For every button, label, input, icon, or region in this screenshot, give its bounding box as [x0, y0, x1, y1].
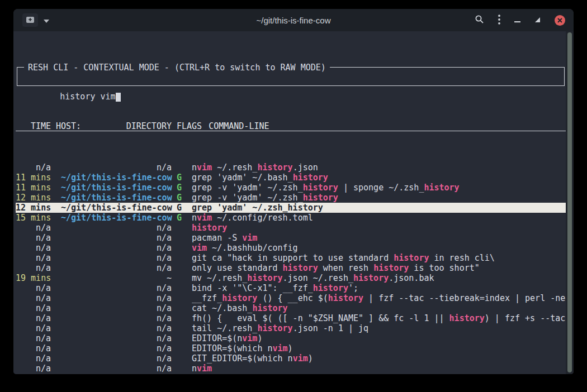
table-row[interactable]: n/an/atail ~/.resh_history.json -n 1 | j…	[16, 323, 566, 333]
row-directory: n/a	[61, 283, 172, 293]
row-flags	[177, 374, 182, 374]
row-command: which nvim	[192, 374, 566, 374]
row-directory: ~/git/this-is-fine-cow	[61, 173, 172, 183]
row-flags: G	[177, 183, 182, 193]
close-button[interactable]	[555, 15, 565, 26]
row-time: n/a	[16, 253, 51, 263]
table-row[interactable]: n/an/a__fzf_history () { __ehc $(history…	[16, 293, 566, 303]
row-directory: n/a	[61, 343, 172, 353]
row-time: n/a	[16, 233, 51, 243]
row-command: nvim ~/.resh_history.json	[192, 162, 566, 173]
header-time: TIME	[16, 121, 51, 131]
row-time: n/a	[16, 343, 51, 353]
table-row[interactable]: n/an/acat ~/.bash_history	[16, 303, 566, 313]
row-time: n/a	[16, 162, 51, 173]
row-flags	[177, 343, 182, 353]
header-directory: DIRECTORY	[126, 121, 172, 131]
search-icon	[475, 15, 484, 26]
table-row[interactable]: 11 mins~/git/this-is-fine-cowGgrep 'yadm…	[16, 173, 566, 183]
row-command: cat ~/.bash_history	[192, 303, 566, 313]
table-row[interactable]: 19 mins~mv ~/.resh_history.json ~/.resh_…	[16, 273, 566, 283]
table-row[interactable]: n/an/awhich nvim	[16, 374, 566, 374]
row-directory: n/a	[61, 233, 172, 243]
terminal: RESH CLI - CONTEXTUAL MODE - (CTRL+R to …	[13, 31, 574, 374]
row-time: n/a	[16, 243, 51, 253]
table-row[interactable]: n/an/aGIT_EDITOR=$(which nvim)	[16, 353, 566, 364]
table-row[interactable]: n/an/anvim ~/.resh_history.json	[16, 162, 566, 173]
table-row[interactable]: 12 mins~/git/this-is-fine-cowGgrep -v 'y…	[16, 193, 566, 203]
new-tab-icon	[26, 15, 35, 26]
row-command: nvim	[192, 364, 566, 374]
table-row[interactable]: n/an/aonly use standard history when res…	[16, 263, 566, 273]
row-time: n/a	[16, 283, 51, 293]
new-tab-button[interactable]	[22, 13, 38, 27]
row-directory: n/a	[61, 364, 172, 374]
row-directory: n/a	[61, 223, 172, 233]
header-command-line: COMMAND-LINE	[209, 121, 269, 131]
row-command: bind -x '"\C-x1": __fzf_history';	[192, 283, 566, 293]
row-flags	[177, 243, 182, 253]
row-command: nvim ~/.config/resh.toml	[192, 213, 566, 223]
table-row[interactable]: n/an/avim ~/.bashhub/config	[16, 243, 566, 253]
row-time: n/a	[16, 313, 51, 323]
table-row[interactable]: n/an/apacman -S vim	[16, 233, 566, 243]
row-directory: ~/git/this-is-fine-cow	[61, 213, 172, 223]
row-time: 12 mins	[16, 193, 51, 203]
terminal-window: ~/git/this-is-fine-cow	[13, 9, 574, 374]
row-directory: n/a	[61, 313, 172, 323]
minimize-button[interactable]	[514, 16, 520, 25]
table-row[interactable]: n/an/agit ca "hack in support to use sta…	[16, 253, 566, 263]
row-command: grep -v 'yadm' ~/.zsh_history	[192, 193, 566, 203]
table-row[interactable]: n/an/aEDITOR=$(which nvim)	[16, 343, 566, 353]
row-time: 15 mins	[16, 213, 51, 223]
row-time: n/a	[16, 223, 51, 233]
table-row[interactable]: n/an/aEDITOR=$(nvim)	[16, 333, 566, 343]
row-time: n/a	[16, 323, 51, 333]
row-time: 11 mins	[16, 183, 51, 193]
row-directory: n/a	[61, 243, 172, 253]
row-directory: ~	[61, 273, 172, 283]
row-time: 19 mins	[16, 273, 51, 283]
row-flags	[177, 253, 182, 263]
row-flags	[177, 323, 182, 333]
table-row[interactable]: n/an/anvim	[16, 364, 566, 374]
row-directory: n/a	[61, 353, 172, 364]
history-rows: n/an/anvim ~/.resh_history.json11 mins~/…	[16, 161, 566, 374]
row-directory: n/a	[61, 293, 172, 303]
row-directory: n/a	[61, 333, 172, 343]
table-row-selected[interactable]: 12 mins~/git/this-is-fine-cowGgrep 'yadm…	[16, 203, 566, 213]
restore-button[interactable]	[534, 16, 541, 25]
row-command: git ca "hack in support to use standard …	[192, 253, 566, 263]
header-host: HOST:	[56, 121, 81, 131]
tab-dropdown-button[interactable]	[44, 16, 49, 25]
row-flags	[177, 273, 182, 283]
row-command: only use standard history when resh hist…	[192, 263, 566, 273]
row-directory: n/a	[61, 263, 172, 273]
search-button[interactable]	[475, 15, 484, 26]
text-cursor	[116, 93, 121, 102]
row-flags	[177, 223, 182, 233]
row-command: EDITOR=$(which nvim)	[192, 343, 566, 353]
table-row[interactable]: n/an/abind -x '"\C-x1": __fzf_history';	[16, 283, 566, 293]
row-flags: G	[177, 203, 182, 213]
close-icon	[557, 16, 562, 25]
restore-icon	[534, 16, 541, 25]
search-query-input[interactable]: history vim	[60, 92, 115, 102]
row-command: mv ~/.resh_history.json ~/.resh_history.…	[192, 273, 566, 283]
titlebar: ~/git/this-is-fine-cow	[13, 9, 574, 31]
scrollbar-thumb[interactable]	[567, 32, 572, 372]
table-header: TIME HOST: DIRECTORY FLAGS COMMAND-LINE	[16, 121, 566, 131]
row-flags	[177, 283, 182, 293]
table-row[interactable]: 11 mins~/git/this-is-fine-cowGgrep -v 'y…	[16, 183, 566, 193]
resh-search-box: RESH CLI - CONTEXTUAL MODE - (CTRL+R to …	[17, 67, 565, 86]
row-command: grep -v 'yadm' ~/.zsh_history | sponge ~…	[192, 183, 566, 193]
row-flags	[177, 303, 182, 313]
table-row[interactable]: n/an/ahistory	[16, 223, 566, 233]
row-directory: ~/git/this-is-fine-cow	[61, 183, 172, 193]
table-row[interactable]: 15 mins~/git/this-is-fine-cowGnvim ~/.co…	[16, 213, 566, 223]
menu-button[interactable]	[498, 15, 500, 26]
row-directory: n/a	[61, 253, 172, 263]
header-flags: FLAGS	[177, 121, 202, 131]
row-time: n/a	[16, 353, 51, 364]
table-row[interactable]: n/an/afh() { eval $( ([ -n "$ZSH_NAME" ]…	[16, 313, 566, 323]
